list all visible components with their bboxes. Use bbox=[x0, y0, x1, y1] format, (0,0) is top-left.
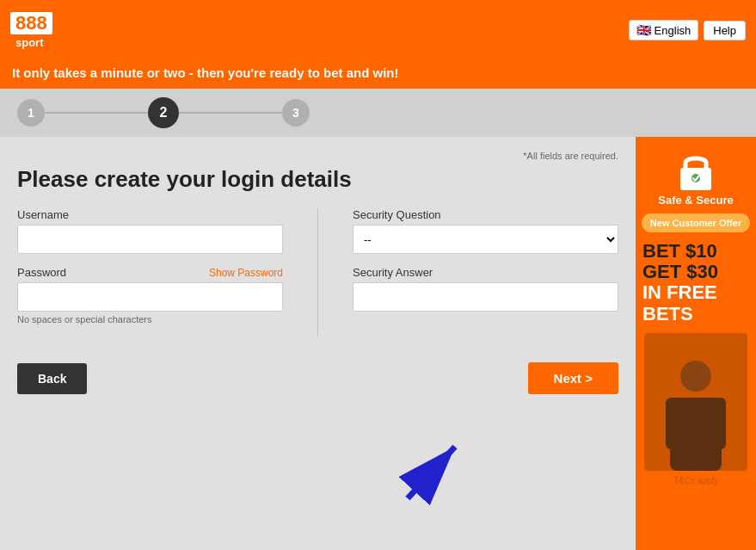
step-bar: 1 2 3 bbox=[0, 89, 756, 137]
ad-person-image bbox=[644, 333, 747, 471]
column-divider bbox=[317, 208, 318, 337]
promo-line1: BET $10 bbox=[642, 241, 749, 262]
svg-rect-6 bbox=[666, 398, 683, 449]
next-button[interactable]: Next > bbox=[528, 362, 618, 394]
logo-area: 888 sport bbox=[10, 12, 52, 49]
required-note: *All fields are required. bbox=[17, 151, 618, 161]
step-1: 1 bbox=[17, 99, 45, 127]
help-button[interactable]: Help bbox=[704, 21, 746, 40]
security-answer-input[interactable] bbox=[353, 282, 618, 312]
password-hint: No spaces or special characters bbox=[17, 314, 283, 324]
show-password-link[interactable]: Show Password bbox=[209, 267, 283, 279]
logo-888: 888 bbox=[10, 12, 52, 34]
arrow-icon bbox=[399, 429, 476, 507]
promo-line4: BETS bbox=[642, 304, 749, 324]
security-question-label: Security Question bbox=[353, 208, 618, 221]
security-question-group: Security Question -- What is your mother… bbox=[353, 208, 618, 254]
sidebar-ad: Safe & Secure New Customer Offer BET $10… bbox=[636, 137, 756, 550]
password-input[interactable] bbox=[17, 282, 283, 312]
step-2-active: 2 bbox=[148, 97, 179, 128]
password-group: Password Show Password No spaces or spec… bbox=[17, 266, 283, 324]
svg-line-1 bbox=[408, 447, 455, 498]
promo-line3: IN FREE bbox=[642, 282, 749, 303]
language-label: English bbox=[655, 24, 691, 37]
security-question-select[interactable]: -- What is your mother's maiden name? Wh… bbox=[353, 225, 618, 254]
password-label: Password bbox=[17, 266, 66, 279]
username-group: Username bbox=[17, 208, 283, 254]
security-answer-label: Security Answer bbox=[353, 266, 618, 279]
username-label: Username bbox=[17, 208, 283, 221]
form-columns: Username Password Show Password No space… bbox=[17, 208, 618, 337]
logo-sport: sport bbox=[15, 36, 44, 49]
tagline: It only takes a minute or two - then you… bbox=[0, 60, 756, 89]
button-row: Back Next > bbox=[17, 362, 618, 394]
form-area: *All fields are required. Please create … bbox=[0, 137, 636, 550]
safe-secure-label: Safe & Secure bbox=[658, 194, 733, 207]
flag-icon: 🇬🇧 bbox=[636, 23, 651, 37]
tc-note: T&Cs apply bbox=[673, 476, 718, 485]
step-line-2 bbox=[179, 112, 282, 114]
promo-line2: GET $30 bbox=[642, 262, 749, 282]
language-button[interactable]: 🇬🇧 English bbox=[629, 20, 699, 40]
new-customer-button[interactable]: New Customer Offer bbox=[642, 213, 750, 232]
password-label-row: Password Show Password bbox=[17, 266, 283, 279]
form-col-right: Security Question -- What is your mother… bbox=[353, 208, 618, 337]
lock-icon bbox=[677, 149, 715, 194]
back-button[interactable]: Back bbox=[17, 363, 87, 394]
header-right: 🇬🇧 English Help bbox=[629, 20, 746, 40]
form-col-left: Username Password Show Password No space… bbox=[17, 208, 283, 337]
header: 888 sport 🇬🇧 English Help bbox=[0, 0, 756, 60]
promo-text: BET $10 GET $30 IN FREE BETS bbox=[642, 241, 749, 324]
step-3: 3 bbox=[282, 99, 310, 127]
svg-rect-7 bbox=[709, 398, 726, 449]
form-title: Please create your login details bbox=[17, 166, 618, 193]
main-layout: *All fields are required. Please create … bbox=[0, 137, 756, 550]
username-input[interactable] bbox=[17, 225, 283, 254]
svg-point-4 bbox=[680, 361, 711, 392]
security-answer-group: Security Answer bbox=[353, 266, 618, 312]
step-line-1 bbox=[45, 112, 148, 114]
